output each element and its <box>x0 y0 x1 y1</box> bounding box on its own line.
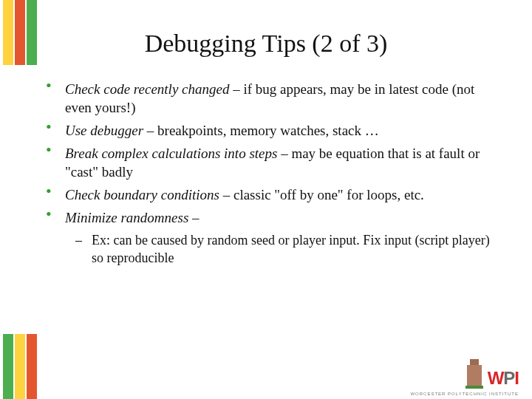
sub-bullet-text: Ex: can be caused by random seed or play… <box>92 231 497 267</box>
bullet-icon: • <box>46 184 65 204</box>
bullet-icon: • <box>46 143 65 181</box>
slide-body: • Check code recently changed – if bug a… <box>46 80 497 267</box>
sub-bullet: – Ex: can be caused by random seed or pl… <box>75 231 497 267</box>
bullet-icon: • <box>46 120 65 140</box>
bullet-item: • Minimize randomness – <box>46 208 497 227</box>
bullet-text: Minimize randomness – <box>65 208 200 227</box>
bullet-text: Check boundary conditions – classic "off… <box>65 185 424 204</box>
stripe-bottom-3 <box>27 334 37 399</box>
stripe-bottom-1 <box>3 334 13 399</box>
wpi-wordmark: WPI <box>488 368 519 389</box>
slide: Debugging Tips (2 of 3) • Check code rec… <box>0 0 532 399</box>
wpi-logo: WPI <box>466 359 519 389</box>
institute-label: WORCESTER POLYTECHNIC INSTITUTE <box>410 392 519 396</box>
dash-icon: – <box>75 231 92 267</box>
bullet-text: Use debugger – breakpoints, memory watch… <box>65 121 379 140</box>
bullet-item: • Break complex calculations into steps … <box>46 144 497 181</box>
bullet-icon: • <box>46 78 65 117</box>
bullet-icon: • <box>46 207 65 227</box>
bullet-text: Check code recently changed – if bug app… <box>65 80 497 117</box>
bullet-item: • Check code recently changed – if bug a… <box>46 80 497 117</box>
bullet-item: • Use debugger – breakpoints, memory wat… <box>46 121 497 140</box>
slide-title: Debugging Tips (2 of 3) <box>0 30 532 58</box>
bullet-text: Break complex calculations into steps – … <box>65 144 497 181</box>
bullet-item: • Check boundary conditions – classic "o… <box>46 185 497 204</box>
stripe-bottom-2 <box>15 334 25 399</box>
tower-icon <box>466 359 483 389</box>
